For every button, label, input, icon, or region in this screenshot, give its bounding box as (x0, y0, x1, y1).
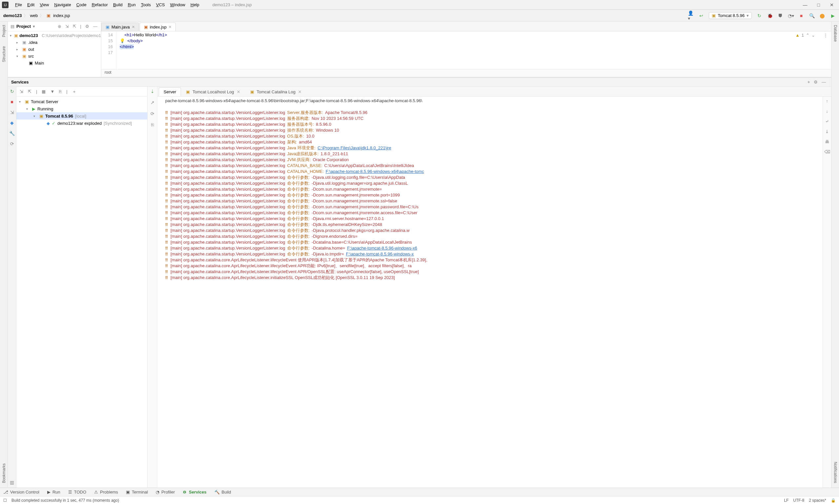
indent[interactable]: 2 spaces* (809, 498, 826, 503)
print-icon[interactable]: 🖶 (825, 139, 829, 144)
menu-code[interactable]: Code (74, 1, 89, 8)
profiler-icon[interactable]: ◔▾ (788, 13, 794, 19)
expand-all-icon[interactable]: ⇲ (64, 24, 70, 29)
gear-icon[interactable]: ⚙ (812, 79, 820, 85)
tree-item[interactable]: ▸▣out (8, 46, 101, 53)
status-icon[interactable]: ☐ (3, 498, 7, 503)
stop-icon[interactable]: ■ (11, 99, 13, 105)
back-arrow-icon[interactable]: ↩ (698, 13, 704, 19)
close-icon[interactable]: ✕ (169, 25, 171, 29)
close-icon[interactable]: ✕ (298, 89, 302, 94)
open-browser-icon[interactable]: ↗ (151, 100, 154, 105)
services-tree-item[interactable]: ▾▣Tomcat Server (16, 98, 147, 105)
tool-window-todo[interactable]: ☰TODO (68, 490, 86, 494)
select-opened-icon[interactable]: ⊕ (57, 24, 62, 29)
notifications-tool-button[interactable]: Notifications (833, 461, 838, 484)
inspections-widget[interactable]: ▲ 1 ⌃ ⌄ ⋮ (795, 33, 828, 38)
view-icon[interactable]: ⎘ (59, 89, 62, 94)
close-icon[interactable]: ✕ (132, 25, 135, 29)
menu-vcs[interactable]: VCS (153, 1, 168, 8)
tool-window-run[interactable]: ▶Run (47, 490, 60, 494)
chevron-up-icon[interactable]: ⌃ (806, 33, 809, 38)
more-icon[interactable]: ⋮ (824, 33, 828, 38)
menu-edit[interactable]: Edit (24, 1, 37, 8)
artifact-icon[interactable]: ◆ (10, 120, 14, 125)
menu-navigate[interactable]: Navigate (51, 1, 73, 8)
services-tree-item[interactable]: ◆✓demo123:war exploded [Synchronized] (16, 120, 147, 127)
rerun-icon[interactable]: ↻ (756, 13, 762, 19)
editor-tab[interactable]: ▣Main.java✕ (101, 23, 139, 31)
stop-icon[interactable]: ■ (798, 13, 804, 19)
updates-icon[interactable]: ⬤ (819, 13, 825, 19)
menu-build[interactable]: Build (110, 1, 125, 8)
structure-tool-button[interactable]: Structure (2, 45, 6, 64)
bookmarks-tool-button[interactable]: Bookmarks (2, 462, 6, 484)
readonly-icon[interactable]: 🔒 (831, 498, 836, 503)
refresh-icon[interactable]: ⟳ (10, 141, 14, 146)
breadcrumb[interactable]: demo123〉 web〉 ▣ index.jsp (3, 13, 70, 19)
editor-breadcrumb[interactable]: root (101, 69, 831, 77)
services-tree[interactable]: ▾▣Tomcat Server▾▶Running▾▣Tomcat 8.5.96 … (16, 96, 147, 488)
group-icon[interactable]: ▦ (41, 89, 46, 94)
tool-window-profiler[interactable]: ◔Profiler (156, 490, 175, 494)
search-icon[interactable]: 🔍 (809, 13, 815, 19)
services-tree-item[interactable]: ▾▣Tomcat 8.5.96 [local] (16, 112, 147, 120)
hide-icon[interactable]: — (820, 79, 828, 85)
collapse-icon[interactable]: ⇱ (28, 89, 32, 94)
user-icon[interactable]: 👤▾ (688, 13, 694, 19)
log-tab[interactable]: ▣Tomcat Catalina Log✕ (245, 87, 307, 96)
services-tree-item[interactable]: ▾▶Running (16, 105, 147, 112)
menu-file[interactable]: File (13, 1, 24, 8)
menu-view[interactable]: View (37, 1, 51, 8)
log-tab[interactable]: Server (159, 87, 181, 96)
up-icon[interactable]: ↑ (826, 98, 828, 104)
minimize-button[interactable]: — (803, 2, 807, 7)
tool-window-services[interactable]: ⛭Services (183, 490, 207, 494)
down-icon[interactable]: ↓ (826, 109, 828, 114)
log-tab[interactable]: ▣Tomcat Localhost Log✕ (181, 87, 245, 96)
project-tree[interactable]: ▾▣demo123 C:\Users\a\IdeaProjects\demo1 … (8, 32, 101, 77)
tree-item[interactable]: ▣Main (8, 59, 101, 67)
project-tool-button[interactable]: Project (2, 23, 6, 38)
filter-icon[interactable]: ▼ (50, 89, 54, 94)
close-button[interactable]: ✕ (830, 2, 834, 7)
add-icon[interactable]: ＋ (72, 89, 76, 95)
layout-icon[interactable]: ▥ (10, 480, 14, 485)
chevron-down-icon[interactable]: ▾ (33, 24, 35, 29)
close-icon[interactable]: ✕ (237, 89, 240, 94)
encoding[interactable]: UTF-8 (793, 498, 804, 503)
tool-window-problems[interactable]: ⚠Problems (94, 490, 118, 494)
gear-icon[interactable]: ⚙ (84, 24, 90, 29)
settings-icon[interactable]: 🔧 (9, 131, 15, 136)
debug-run-icon[interactable]: ⇣ (151, 89, 154, 94)
wrap-icon[interactable]: ⤶ (825, 119, 829, 124)
database-tool-button[interactable]: Database (833, 23, 838, 43)
console-output[interactable]: pache-tomcat-8.5.96-windows-x64\apache-t… (163, 96, 823, 488)
menu-refactor[interactable]: Refactor (89, 1, 110, 8)
coverage-icon[interactable]: ⛊ (777, 13, 783, 19)
expand-icon[interactable]: ⇲ (20, 89, 23, 94)
target-icon[interactable]: ⌖ (806, 79, 812, 85)
collapse-all-icon[interactable]: ⇱ (72, 24, 78, 29)
bug-icon[interactable]: 🐞 (767, 13, 773, 19)
run-icon[interactable]: ▶ (830, 13, 836, 19)
maximize-button[interactable]: □ (817, 2, 820, 7)
menu-run[interactable]: Run (125, 1, 138, 8)
thread-dump-icon[interactable]: ⎘ (151, 122, 154, 127)
tool-window-terminal[interactable]: ▣Terminal (126, 490, 148, 494)
tool-window-version-control[interactable]: ⎇Version Control (3, 490, 39, 494)
menu-help[interactable]: Help (188, 1, 202, 8)
tree-item[interactable]: ▾▣src (8, 53, 101, 59)
menu-window[interactable]: Window (168, 1, 188, 8)
rerun-icon[interactable]: ↻ (10, 89, 14, 94)
run-config-selector[interactable]: ▣ Tomcat 8.5.96 ▾ (709, 12, 752, 19)
clear-icon[interactable]: ⌫ (824, 149, 830, 154)
project-view-icon[interactable]: ▤ (11, 24, 14, 29)
tree-item[interactable]: ▸▣.idea (8, 39, 101, 46)
line-sep[interactable]: LF (784, 498, 788, 503)
editor-tab[interactable]: ▣index.jsp✕ (140, 23, 176, 31)
tool-window-build[interactable]: 🔨Build (215, 490, 231, 494)
deploy-icon[interactable]: ⇲ (10, 110, 14, 115)
update-icon[interactable]: ⟳ (151, 111, 154, 116)
chevron-down-icon[interactable]: ⌄ (811, 33, 815, 38)
